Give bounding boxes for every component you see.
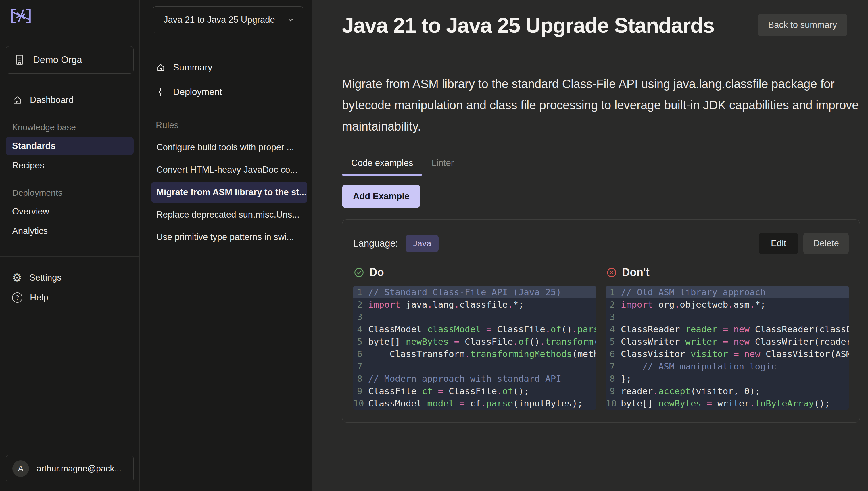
code-text: ClassWriter writer = new ClassWriter(rea… (621, 336, 849, 348)
org-name: Demo Orga (33, 54, 82, 65)
line-number: 7 (353, 360, 368, 373)
sidebar-item-label: Overview (12, 206, 49, 217)
code-text: byte[] newBytes = writer.toByteArray(); (621, 397, 830, 410)
line-number: 8 (353, 373, 368, 385)
sidebar-section-deployments: Deployments (12, 188, 127, 198)
line-number: 4 (353, 323, 368, 336)
code-text: ClassReader reader = new ClassReader(cla… (621, 323, 849, 336)
code-text: reader.accept(visitor, 0); (621, 385, 760, 397)
line-number: 9 (606, 385, 621, 397)
sidebar-item-label: Help (30, 292, 48, 303)
code-line: 3 (353, 311, 596, 323)
code-text: }; (621, 373, 631, 385)
help-icon: ? (12, 292, 23, 303)
dont-header: Don't (606, 266, 849, 279)
dont-code-block: 1// Old ASM library approach2import org.… (606, 286, 849, 410)
do-dont-columns: Do 1// Standard Class-File API (Java 25)… (353, 266, 849, 410)
code-text: ClassVisitor visitor = new ClassVisitor(… (621, 348, 849, 360)
do-title: Do (369, 266, 384, 279)
code-line: 10ClassModel model = cf.parse(inputBytes… (353, 397, 596, 410)
line-number: 9 (353, 385, 368, 397)
sidebar-item-settings[interactable]: ⚙ Settings (6, 268, 133, 287)
language-label: Language: (353, 238, 398, 249)
line-number: 2 (353, 298, 368, 311)
language-row: Language: Java (353, 235, 439, 252)
main-header: Java 21 to Java 25 Upgrade Standards Bac… (342, 13, 860, 38)
line-number: 4 (606, 323, 621, 336)
code-line: 3 (606, 311, 849, 323)
sidebar-item-label: Standards (12, 141, 56, 151)
rule-item-convert-javadoc[interactable]: Convert HTML-heavy JavaDoc co... (151, 159, 307, 180)
tab-code-examples[interactable]: Code examples (342, 158, 422, 176)
edit-button[interactable]: Edit (759, 233, 798, 254)
do-code-block: 1// Standard Class-File API (Java 25)2im… (353, 286, 596, 410)
sidebar-item-label: Analytics (12, 226, 48, 236)
code-text: // ASM manipulation logic (621, 360, 776, 373)
code-line: 6ClassVisitor visitor = new ClassVisitor… (606, 348, 849, 360)
code-line: 9reader.accept(visitor, 0); (606, 385, 849, 397)
rule-item-migrate-asm[interactable]: Migrate from ASM library to the st... (151, 182, 307, 203)
line-number: 10 (353, 397, 368, 410)
line-number: 10 (606, 397, 621, 410)
avatar: A (12, 460, 29, 477)
code-text: ClassModel model = cf.parse(inputBytes); (368, 397, 583, 410)
user-menu[interactable]: A arthur.magne@pack... (6, 455, 133, 482)
main-content: Java 21 to Java 25 Upgrade Standards Bac… (312, 0, 868, 491)
code-line: 10byte[] newBytes = writer.toByteArray()… (606, 397, 849, 410)
sidebar-section-knowledge-base: Knowledge base (12, 122, 127, 132)
home-icon (12, 95, 23, 105)
commit-slider-icon (156, 87, 166, 97)
code-text: byte[] newBytes = ClassFile.of().transfo… (368, 336, 596, 348)
sidebar-item-dashboard[interactable]: Dashboard (6, 91, 133, 109)
x-circle-icon (606, 267, 617, 278)
sidebar-item-label: Settings (29, 272, 61, 283)
rule-item-configure-build-tools[interactable]: Configure build tools with proper ... (151, 137, 307, 158)
standard-nav-deployment[interactable]: Deployment (151, 82, 307, 102)
line-number: 5 (606, 336, 621, 348)
rules-heading: Rules (156, 120, 303, 131)
check-circle-icon (353, 267, 365, 278)
user-email: arthur.magne@pack... (36, 464, 122, 473)
code-line: 1// Standard Class-File API (Java 25) (353, 286, 596, 298)
code-line: 9ClassFile cf = ClassFile.of(); (353, 385, 596, 397)
sidebar-item-label: Recipes (12, 161, 44, 171)
tab-linter[interactable]: Linter (422, 158, 463, 176)
sidebar-item-standards[interactable]: Standards (6, 137, 133, 155)
brand-logo-icon (10, 8, 133, 24)
add-example-button[interactable]: Add Example (342, 185, 420, 208)
standard-nav-panel: Java 21 to Java 25 Upgrade Summary Deplo… (140, 0, 312, 491)
sidebar-item-help[interactable]: ? Help (6, 288, 133, 307)
standard-selector-value: Java 21 to Java 25 Upgrade (163, 15, 275, 25)
building-icon (13, 54, 26, 66)
code-line: 6 ClassTransform.transformingMethods(met… (353, 348, 596, 360)
code-line: 5byte[] newBytes = ClassFile.of().transf… (353, 336, 596, 348)
app-sidebar: Demo Orga Dashboard Knowledge base Stand… (0, 0, 140, 491)
sidebar-item-overview[interactable]: Overview (6, 202, 133, 221)
standard-nav-summary[interactable]: Summary (151, 57, 307, 77)
example-actions: Edit Delete (759, 233, 849, 254)
sidebar-item-analytics[interactable]: Analytics (6, 222, 133, 240)
standard-selector-dropdown[interactable]: Java 21 to Java 25 Upgrade (153, 6, 303, 33)
rule-item-primitive-patterns[interactable]: Use primitive type patterns in swi... (151, 227, 307, 248)
code-text: ClassTransform.transformingMethods(metho… (368, 348, 596, 360)
sidebar-divider (0, 256, 140, 257)
language-badge: Java (406, 235, 439, 252)
code-line: 4ClassReader reader = new ClassReader(cl… (606, 323, 849, 336)
standard-nav-label: Deployment (173, 87, 222, 97)
org-switcher[interactable]: Demo Orga (6, 46, 133, 74)
line-number: 6 (353, 348, 368, 360)
code-text: // Old ASM library approach (621, 286, 766, 298)
back-to-summary-button[interactable]: Back to summary (758, 14, 847, 36)
line-number: 1 (606, 286, 621, 298)
standard-nav-label: Summary (173, 62, 212, 73)
line-number: 5 (353, 336, 368, 348)
line-number: 3 (353, 311, 368, 323)
rule-item-replace-unsafe[interactable]: Replace deprecated sun.misc.Uns... (151, 204, 307, 225)
page-title: Java 21 to Java 25 Upgrade Standards (342, 13, 714, 38)
line-number: 8 (606, 373, 621, 385)
dont-title: Don't (622, 266, 650, 279)
sidebar-item-recipes[interactable]: Recipes (6, 156, 133, 175)
gear-icon: ⚙ (12, 272, 22, 283)
code-text: // Modern approach with standard API (368, 373, 561, 385)
delete-button[interactable]: Delete (803, 233, 849, 254)
